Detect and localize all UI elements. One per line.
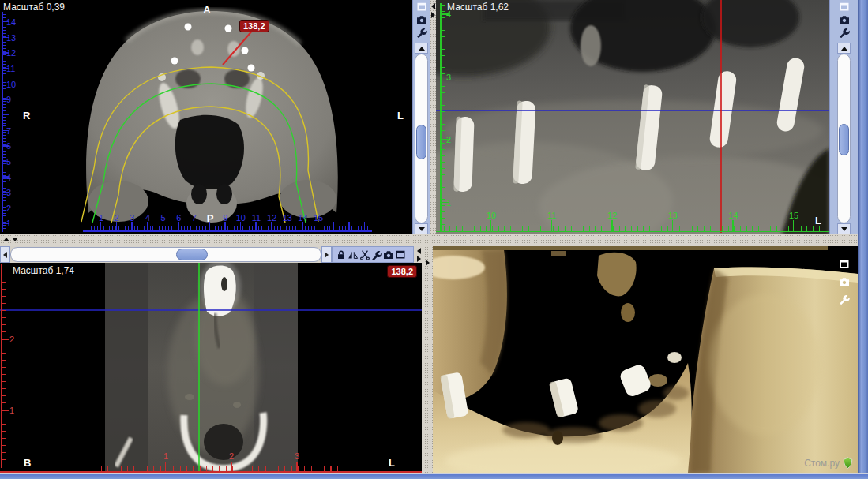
ruler-number: 11 <box>252 214 261 223</box>
orientation-left: L <box>815 215 821 226</box>
splitter-collapse-right-arrow[interactable] <box>417 256 421 262</box>
window-icon[interactable] <box>839 259 850 270</box>
axial-panel-controls <box>412 0 430 234</box>
splitter-collapse-right-arrow[interactable] <box>431 12 435 18</box>
ruler-number: 5 <box>161 214 166 223</box>
cross-v-ruler-major-ticks <box>1 339 9 417</box>
lock-icon[interactable] <box>336 249 347 260</box>
wrench-icon[interactable] <box>371 249 382 260</box>
panel-3d-volume-view: Стом.ру <box>433 246 858 473</box>
toolbar-row <box>0 246 436 263</box>
scroll-down-button[interactable] <box>837 223 851 234</box>
splitter-collapse-right-arrow[interactable] <box>426 260 430 266</box>
vertical-splitter[interactable] <box>430 0 436 234</box>
scroll-left-button[interactable] <box>0 246 10 263</box>
splitter-collapse-down-arrow[interactable] <box>12 238 18 241</box>
ruler-number: 9 <box>6 95 11 104</box>
ruler-number: 1 <box>99 214 103 223</box>
scroll-right-button[interactable] <box>321 246 332 263</box>
shield-icon <box>842 457 854 469</box>
ruler-number: 2 <box>229 452 234 461</box>
ruler-number: 2 <box>9 335 14 344</box>
vertical-splitter-bottom[interactable] <box>422 246 433 473</box>
scrollbar-thumb[interactable] <box>839 124 849 155</box>
watermark-text: Стом.ру <box>804 458 840 469</box>
cross-h-ruler-major-ticks <box>165 462 301 471</box>
orientation-left: L <box>397 110 404 122</box>
ruler-number: 10 <box>6 80 16 88</box>
watermark: Стом.ру <box>804 457 854 469</box>
scroll-down-button[interactable] <box>415 223 428 234</box>
ruler-number: 7 <box>192 214 197 223</box>
window-icon[interactable] <box>395 249 406 260</box>
pano-v-ruler-major-ticks <box>440 13 449 207</box>
camera-icon[interactable] <box>416 14 427 25</box>
window-bottom-edge <box>0 473 868 479</box>
axial-h-ruler-baseline <box>83 230 372 232</box>
horizontal-scrollbar-thumb[interactable] <box>176 249 208 260</box>
window-icon[interactable] <box>416 2 427 13</box>
measurement-badge: 138,2 <box>239 20 269 32</box>
ruler-number: 4 <box>6 173 11 181</box>
camera-icon[interactable] <box>839 14 850 25</box>
ruler-number: 14 <box>6 18 16 27</box>
pano-panel-controls <box>829 0 858 234</box>
scrollbar-track[interactable] <box>415 54 428 223</box>
wrench-icon[interactable] <box>839 27 850 38</box>
ruler-number: 13 <box>668 211 678 220</box>
window-right-edge <box>858 0 868 479</box>
ruler-number: 2 <box>6 204 11 212</box>
cross-scale-label: Масштаб 1,74 <box>13 265 74 276</box>
ruler-number: 3 <box>446 73 451 81</box>
scrollbar-thumb[interactable] <box>416 125 426 159</box>
panel-axial-view: 141312111097654321 12345679101112131415 … <box>0 0 412 234</box>
flip-horizontal-icon[interactable] <box>348 249 359 260</box>
horizontal-splitter[interactable] <box>0 234 858 246</box>
ruler-number: 10 <box>487 211 496 220</box>
ruler-number: 1 <box>163 452 168 461</box>
wrench-icon[interactable] <box>839 294 850 305</box>
scrollbar-track[interactable] <box>837 54 851 223</box>
ruler-number: 1 <box>6 219 11 228</box>
ruler-number: 12 <box>607 211 617 220</box>
scroll-up-button[interactable] <box>415 43 428 54</box>
pano-vertical-scrollbar[interactable] <box>837 43 851 234</box>
orientation-posterior: P <box>207 212 214 224</box>
orientation-anterior: A <box>203 4 210 16</box>
horizontal-scrollbar-track[interactable] <box>10 247 321 262</box>
ruler-number: 14 <box>298 214 307 223</box>
camera-icon[interactable] <box>383 249 394 260</box>
axial-ct-image <box>0 0 412 234</box>
ruler-number: 12 <box>6 49 16 58</box>
window-icon[interactable] <box>839 2 850 13</box>
ruler-number: 13 <box>6 33 16 42</box>
ruler-number: 3 <box>6 189 11 197</box>
scroll-up-button[interactable] <box>837 43 851 54</box>
orientation-buccal: B <box>24 457 31 469</box>
splitter-collapse-left-arrow[interactable] <box>431 3 435 9</box>
scissors-icon[interactable] <box>359 249 370 260</box>
ruler-number: 3 <box>130 214 134 223</box>
axial-scale-label: Масштаб 0,39 <box>3 2 65 13</box>
cross-section-ct-image <box>0 263 422 473</box>
measurement-badge: 138,2 <box>387 265 417 278</box>
wrench-icon[interactable] <box>416 27 427 38</box>
camera-icon[interactable] <box>839 276 850 287</box>
splitter-collapse-up-arrow[interactable] <box>3 238 9 241</box>
ruler-number: 9 <box>223 214 227 223</box>
orientation-lingual: L <box>389 457 395 469</box>
ruler-number: 4 <box>145 214 150 223</box>
ruler-number: 2 <box>115 214 119 223</box>
pano-h-ruler-major-ticks <box>490 220 800 231</box>
splitter-collapse-left-arrow[interactable] <box>417 248 421 254</box>
panel-panoramic-view: 4321 101112131415 Масштаб 1,62 L <box>436 0 829 234</box>
implant-crown <box>204 266 236 316</box>
axial-vertical-scrollbar[interactable] <box>415 43 428 234</box>
dental-ct-viewer-window: 141312111097654321 12345679101112131415 … <box>0 0 868 479</box>
ruler-number: 6 <box>176 214 181 223</box>
ruler-number: 15 <box>789 211 798 220</box>
ruler-number: 7 <box>6 126 11 135</box>
ruler-number: 12 <box>267 214 276 223</box>
ruler-number: 5 <box>6 157 11 166</box>
ruler-number: 11 <box>547 211 556 220</box>
